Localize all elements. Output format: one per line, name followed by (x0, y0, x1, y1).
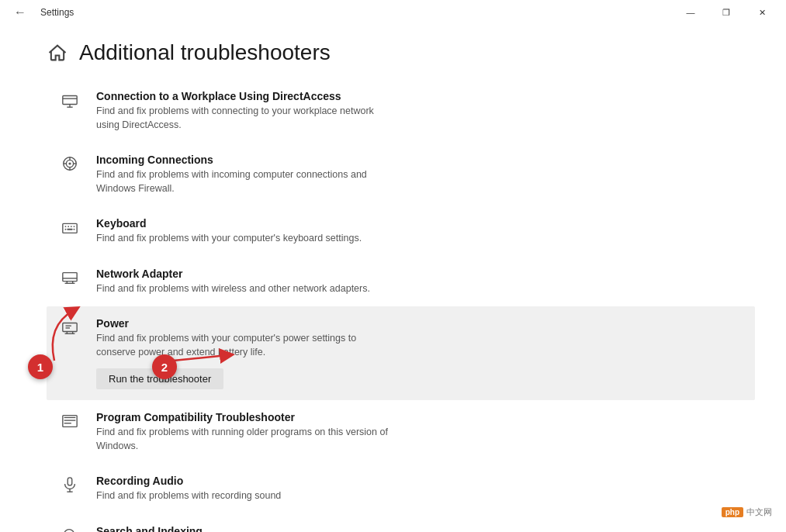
item-desc: Find and fix problems with incoming comp… (96, 168, 391, 195)
svg-point-37 (64, 529, 74, 532)
item-content: Recording Audio Find and fix problems wi… (96, 475, 281, 503)
list-item[interactable]: Network Adapter Find and fix problems wi… (47, 257, 755, 307)
list-item[interactable]: Keyboard Find and fix problems with your… (47, 206, 755, 257)
back-button[interactable]: ← (9, 4, 31, 21)
item-title: Connection to a Workplace Using DirectAc… (96, 90, 391, 102)
item-desc: Find and fix problems with connecting to… (96, 105, 391, 132)
power-header-row: Power Find and fix problems with your co… (56, 317, 746, 359)
page-header: Additional troubleshooters (47, 40, 755, 65)
directaccess-icon (56, 92, 84, 109)
compat-icon (56, 413, 84, 430)
svg-rect-11 (63, 223, 77, 233)
item-desc: Find and fix problems with running older… (96, 426, 391, 453)
item-title: Keyboard (96, 217, 362, 230)
power-icon (56, 319, 84, 336)
troubleshooter-list: Connection to a Workplace Using DirectAc… (47, 79, 755, 532)
annotation-2: 2 (152, 354, 177, 379)
minimize-button[interactable]: — (673, 0, 708, 25)
watermark: php 中文网 (722, 506, 772, 518)
item-title: Incoming Connections (96, 154, 391, 166)
power-item-content: Power Find and fix problems with your co… (96, 317, 391, 359)
item-desc: Find and fix problems with wireless and … (96, 282, 370, 296)
annotation-1: 1 (28, 354, 53, 379)
titlebar: ← Settings — ❐ ✕ (0, 0, 786, 25)
list-item[interactable]: Connection to a Workplace Using DirectAc… (47, 79, 755, 143)
item-title: Program Compatibility Troubleshooter (96, 411, 391, 423)
close-button[interactable]: ✕ (744, 0, 780, 25)
titlebar-controls: — ❐ ✕ (673, 0, 780, 25)
watermark-badge: php (722, 507, 743, 517)
power-title: Power (96, 317, 391, 330)
list-item[interactable]: Incoming Connections Find and fix proble… (47, 143, 755, 206)
item-content: Search and Indexing Find and fix problem… (96, 525, 284, 533)
restore-button[interactable]: ❐ (708, 0, 744, 25)
item-content: Connection to a Workplace Using DirectAc… (96, 90, 391, 132)
titlebar-left: ← Settings (9, 4, 74, 21)
item-title: Recording Audio (96, 475, 281, 487)
keyboard-icon (56, 219, 84, 236)
audio-icon (56, 476, 84, 493)
list-item[interactable]: Search and Indexing Find and fix problem… (47, 514, 755, 533)
item-content: Incoming Connections Find and fix proble… (96, 154, 391, 195)
svg-point-6 (69, 163, 71, 164)
svg-rect-0 (63, 96, 77, 105)
item-title: Search and Indexing (96, 525, 284, 533)
list-item[interactable]: Program Compatibility Troubleshooter Fin… (47, 400, 755, 464)
page-title: Additional troubleshooters (79, 40, 331, 65)
power-desc: Find and fix problems with your computer… (96, 332, 391, 359)
search-icon (56, 527, 84, 533)
titlebar-title: Settings (40, 7, 74, 18)
home-icon (47, 42, 68, 64)
incoming-icon (56, 155, 84, 172)
item-content: Program Compatibility Troubleshooter Fin… (96, 411, 391, 453)
list-item-power[interactable]: Power Find and fix problems with your co… (47, 306, 755, 400)
item-desc: Find and fix problems with recording sou… (96, 489, 281, 503)
item-content: Keyboard Find and fix problems with your… (96, 217, 362, 246)
item-desc: Find and fix problems with your computer… (96, 232, 362, 246)
item-content: Network Adapter Find and fix problems wi… (96, 268, 370, 296)
svg-rect-24 (63, 323, 77, 332)
svg-rect-19 (63, 272, 77, 281)
watermark-text: 中文网 (746, 506, 772, 518)
list-item[interactable]: Recording Audio Find and fix problems wi… (47, 464, 755, 514)
item-title: Network Adapter (96, 268, 370, 280)
svg-rect-34 (68, 478, 72, 485)
main-content: Additional troubleshooters Connection to… (0, 25, 786, 532)
network-icon (56, 269, 84, 286)
